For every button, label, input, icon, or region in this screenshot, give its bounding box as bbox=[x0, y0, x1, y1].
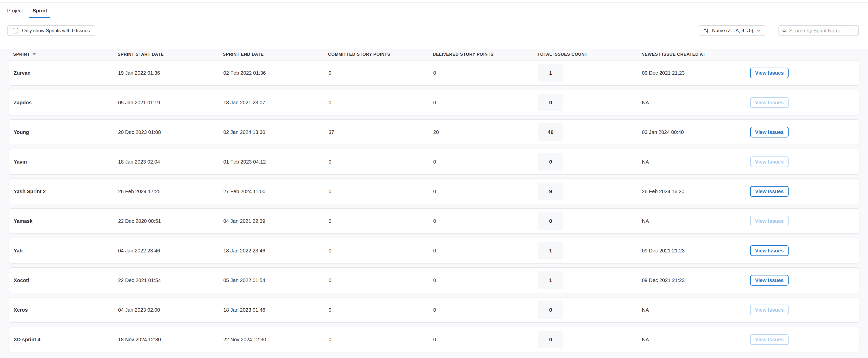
sprint-name: Yash Sprint 2 bbox=[14, 189, 118, 194]
table-row: Xocotl 22 Dec 2021 01:54 05 Jan 2022 01:… bbox=[9, 267, 859, 293]
total-issues-count-badge: 0 bbox=[538, 94, 563, 111]
delivered-story-points: 0 bbox=[433, 100, 538, 106]
view-issues-button[interactable]: View Issues bbox=[750, 186, 788, 197]
tab-project[interactable]: Project bbox=[4, 3, 26, 18]
committed-story-points: 0 bbox=[329, 70, 433, 76]
table-row: Xeros 04 Jan 2023 02:00 18 Jan 2023 01:4… bbox=[9, 297, 859, 323]
total-issues-count-badge: 40 bbox=[538, 123, 563, 141]
zero-issues-filter[interactable]: Only show Sprints with 0 Issues bbox=[7, 25, 95, 36]
total-issues-count-badge: 9 bbox=[538, 183, 563, 200]
newest-issue-created-at: 03 Jan 2024 00:40 bbox=[642, 129, 750, 135]
table-row: XD sprint 4 18 Nov 2024 12:30 22 Nov 202… bbox=[9, 327, 859, 352]
committed-story-points: 0 bbox=[329, 248, 433, 254]
tab-sprint[interactable]: Sprint bbox=[29, 3, 51, 18]
newest-issue-created-at: 09 Dec 2021 21:23 bbox=[642, 70, 750, 76]
committed-story-points: 0 bbox=[329, 307, 433, 313]
column-header-start-date: Sprint Start Date bbox=[118, 52, 223, 57]
committed-story-points: 0 bbox=[329, 337, 433, 342]
view-issues-button: View Issues bbox=[750, 97, 788, 108]
table-row: Zapdos 05 Jan 2021 01:19 18 Jan 2021 23:… bbox=[9, 90, 859, 115]
sprint-name: Yavin bbox=[14, 159, 118, 165]
sprint-start-date: 18 Nov 2024 12:30 bbox=[118, 337, 223, 342]
tab-bar: Project Sprint bbox=[0, 2, 868, 18]
sprint-end-date: 22 Nov 2024 12:30 bbox=[223, 337, 329, 342]
view-issues-button[interactable]: View Issues bbox=[750, 275, 788, 285]
sprint-end-date: 02 Feb 2022 01:36 bbox=[223, 70, 329, 76]
table-row: Young 20 Dec 2023 01:08 02 Jan 2024 13:3… bbox=[9, 119, 859, 145]
newest-issue-created-at: NA bbox=[642, 307, 750, 313]
sprint-end-date: 05 Jan 2022 01:54 bbox=[223, 277, 329, 283]
sprint-end-date: 18 Jan 2022 23:46 bbox=[223, 248, 329, 254]
sprint-name: Zapdos bbox=[14, 100, 118, 106]
committed-story-points: 0 bbox=[329, 189, 433, 194]
table-header-row: Sprint Sprint Start Date Sprint End Date… bbox=[9, 49, 859, 60]
sprint-name: Xocotl bbox=[14, 277, 118, 283]
sprint-end-date: 01 Feb 2023 04:12 bbox=[223, 159, 329, 165]
newest-issue-created-at: NA bbox=[642, 100, 750, 106]
sprint-end-date: 27 Feb 2024 11:00 bbox=[223, 189, 329, 194]
view-issues-button: View Issues bbox=[750, 216, 788, 226]
sprint-table-body: Zurvan 19 Jan 2022 01:36 02 Feb 2022 01:… bbox=[9, 60, 859, 352]
table-row: Yavin 18 Jan 2023 02:04 01 Feb 2023 04:1… bbox=[9, 149, 859, 175]
toolbar-right: Name (Z→A, 9→0) bbox=[699, 25, 859, 36]
sprint-start-date: 22 Dec 2021 01:54 bbox=[118, 277, 223, 283]
sprint-end-date: 02 Jan 2024 13:30 bbox=[223, 129, 329, 135]
sprint-name: Young bbox=[14, 129, 118, 135]
delivered-story-points: 0 bbox=[433, 277, 538, 283]
total-issues-count-badge: 0 bbox=[538, 212, 563, 230]
column-header-sprint[interactable]: Sprint bbox=[13, 52, 118, 57]
committed-story-points: 0 bbox=[329, 218, 433, 224]
total-issues-count-badge: 0 bbox=[538, 331, 563, 348]
delivered-story-points: 0 bbox=[433, 189, 538, 194]
delivered-story-points: 0 bbox=[433, 159, 538, 165]
delivered-story-points: 0 bbox=[433, 70, 538, 76]
sprint-start-date: 04 Jan 2023 02:00 bbox=[118, 307, 223, 313]
view-issues-button[interactable]: View Issues bbox=[750, 245, 788, 256]
sprint-table: Sprint Sprint Start Date Sprint End Date… bbox=[0, 49, 868, 358]
table-row: Yash Sprint 2 26 Feb 2024 17:25 27 Feb 2… bbox=[9, 178, 859, 204]
view-issues-button: View Issues bbox=[750, 305, 788, 315]
column-header-committed-points: Committed Story Points bbox=[328, 52, 433, 57]
sprint-start-date: 22 Dec 2020 00:51 bbox=[118, 218, 223, 224]
column-header-newest-issue: Newest Issue Created At bbox=[641, 52, 750, 57]
zero-issues-checkbox-label: Only show Sprints with 0 Issues bbox=[22, 28, 90, 33]
view-issues-button[interactable]: View Issues bbox=[750, 67, 788, 78]
newest-issue-created-at: NA bbox=[642, 218, 750, 224]
sort-dropdown[interactable]: Name (Z→A, 9→0) bbox=[699, 25, 765, 36]
sprint-name: Zurvan bbox=[14, 70, 118, 76]
table-row: Zurvan 19 Jan 2022 01:36 02 Feb 2022 01:… bbox=[9, 60, 859, 86]
sort-desc-caret-icon bbox=[32, 53, 36, 55]
delivered-story-points: 0 bbox=[433, 248, 538, 254]
committed-story-points: 0 bbox=[329, 277, 433, 283]
committed-story-points: 0 bbox=[329, 159, 433, 165]
sprint-end-date: 18 Jan 2023 01:46 bbox=[223, 307, 329, 313]
total-issues-count-badge: 0 bbox=[538, 301, 563, 319]
search-icon bbox=[782, 28, 786, 33]
toolbar: Only show Sprints with 0 Issues Name (Z→… bbox=[0, 18, 868, 36]
view-issues-button: View Issues bbox=[750, 157, 788, 167]
sprint-start-date: 20 Dec 2023 01:08 bbox=[118, 129, 223, 135]
sprint-name: XD sprint 4 bbox=[14, 337, 118, 342]
newest-issue-created-at: 26 Feb 2024 16:30 bbox=[642, 189, 750, 194]
sprint-start-date: 04 Jan 2022 23:46 bbox=[118, 248, 223, 254]
newest-issue-created-at: 09 Dec 2021 21:23 bbox=[642, 248, 750, 254]
table-row: Yamask 22 Dec 2020 00:51 04 Jan 2021 22:… bbox=[9, 208, 859, 234]
column-header-sprint-label: Sprint bbox=[13, 52, 30, 57]
total-issues-count-badge: 1 bbox=[538, 242, 563, 259]
chevron-down-icon bbox=[756, 28, 761, 33]
zero-issues-checkbox[interactable] bbox=[13, 28, 18, 33]
sprint-end-date: 18 Jan 2021 23:07 bbox=[223, 100, 329, 106]
sprint-end-date: 04 Jan 2021 22:39 bbox=[223, 218, 329, 224]
newest-issue-created-at: NA bbox=[642, 337, 750, 342]
delivered-story-points: 0 bbox=[433, 307, 538, 313]
sort-up-down-icon bbox=[703, 28, 709, 33]
view-issues-button[interactable]: View Issues bbox=[750, 127, 788, 137]
search-box bbox=[778, 25, 859, 36]
search-input[interactable] bbox=[789, 28, 855, 34]
sprint-name: Yah bbox=[14, 248, 118, 254]
total-issues-count-badge: 1 bbox=[538, 271, 563, 289]
committed-story-points: 0 bbox=[329, 100, 433, 106]
sprint-start-date: 19 Jan 2022 01:36 bbox=[118, 70, 223, 76]
column-header-delivered-points: Delivered Story Points bbox=[433, 52, 537, 57]
delivered-story-points: 0 bbox=[433, 218, 538, 224]
